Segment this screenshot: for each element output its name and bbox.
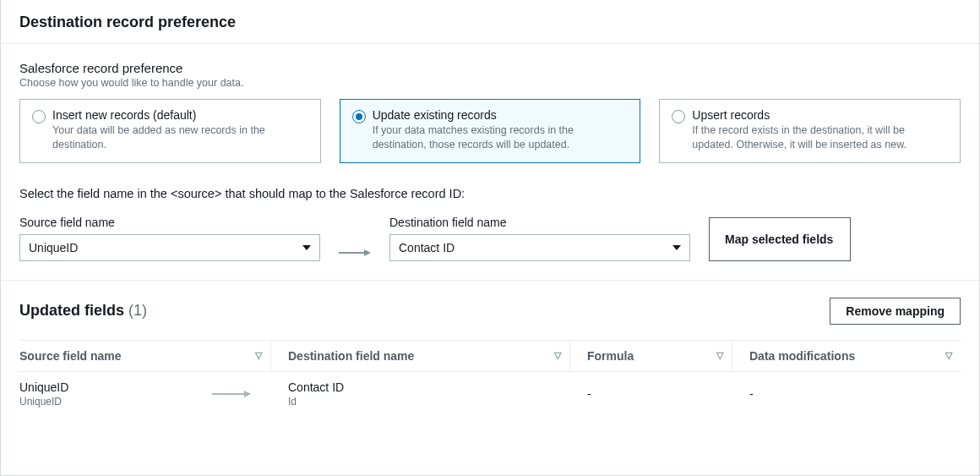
option-description: Your data will be added as new records i…	[52, 123, 308, 152]
option-update-existing[interactable]: Update existing records If your data mat…	[340, 99, 641, 163]
preference-description: Choose how you would like to handle your…	[19, 77, 961, 89]
updated-title-text: Updated fields	[19, 302, 124, 319]
cell-dest-sub: Id	[288, 396, 562, 408]
col-formula[interactable]: Formula ▽	[570, 341, 732, 371]
col-label: Destination field name	[288, 349, 414, 363]
option-label: Insert new records (default)	[52, 108, 308, 122]
arrow-right-icon	[339, 249, 371, 256]
updated-fields-table: Source field name ▽ Destination field na…	[19, 340, 961, 413]
col-label: Data modifications	[749, 349, 855, 363]
source-field-label: Source field name	[19, 216, 320, 229]
cell-dest-main: Contact ID	[288, 380, 562, 394]
cell-source-sub: UniqueID	[19, 396, 68, 408]
destination-preference-panel: Destination record preference Salesforce…	[0, 0, 980, 476]
col-label: Formula	[587, 349, 634, 363]
col-dest-field[interactable]: Destination field name ▽	[271, 341, 570, 371]
option-upsert[interactable]: Upsert records If the record exists in t…	[659, 99, 961, 163]
radio-icon	[32, 110, 46, 123]
option-description: If your data matches existing records in…	[373, 123, 629, 152]
cell-source: UniqueID UniqueID	[19, 380, 271, 408]
sort-icon: ▽	[716, 350, 723, 361]
sort-icon: ▽	[255, 350, 262, 361]
updated-count: (1)	[128, 302, 147, 319]
col-source-field[interactable]: Source field name ▽	[19, 341, 271, 371]
mapping-row: Source field name UniqueID Destination f…	[19, 216, 961, 261]
map-selected-fields-button[interactable]: Map selected fields	[709, 217, 851, 261]
radio-icon	[672, 110, 685, 123]
source-field-select[interactable]: UniqueID	[19, 234, 320, 261]
preference-options: Insert new records (default) Your data w…	[19, 99, 961, 163]
cell-source-main: UniqueID	[19, 380, 68, 394]
panel-header: Destination record preference	[1, 0, 979, 44]
mapping-instruction: Select the field name in the <source> th…	[19, 187, 961, 200]
dest-field-group: Destination field name Contact ID	[389, 216, 690, 261]
cell-dest: Contact ID Id	[271, 380, 570, 408]
option-label: Update existing records	[373, 108, 629, 122]
sort-icon: ▽	[554, 350, 561, 361]
dest-field-select[interactable]: Contact ID	[389, 234, 690, 261]
updated-fields-title: Updated fields (1)	[19, 302, 147, 320]
col-label: Source field name	[19, 349, 122, 363]
dest-field-label: Destination field name	[389, 216, 690, 229]
source-field-value: UniqueID	[29, 241, 78, 254]
arrow-right-icon	[212, 391, 251, 397]
col-data-modifications[interactable]: Data modifications ▽	[732, 341, 961, 371]
sort-icon: ▽	[945, 350, 952, 361]
remove-mapping-button[interactable]: Remove mapping	[830, 298, 961, 325]
updated-fields-section: Updated fields (1) Remove mapping Source…	[1, 280, 979, 413]
chevron-down-icon	[672, 245, 681, 250]
updated-fields-header: Updated fields (1) Remove mapping	[19, 298, 961, 325]
panel-title: Destination record preference	[19, 14, 961, 31]
option-label: Upsert records	[692, 108, 948, 122]
cell-modifications: -	[732, 387, 961, 401]
option-description: If the record exists in the destination,…	[692, 123, 948, 152]
option-insert-new[interactable]: Insert new records (default) Your data w…	[19, 99, 321, 163]
preference-title: Salesforce record preference	[19, 61, 961, 75]
radio-icon	[352, 110, 366, 123]
dest-field-value: Contact ID	[399, 241, 455, 254]
chevron-down-icon	[302, 245, 311, 250]
table-header-row: Source field name ▽ Destination field na…	[19, 341, 961, 372]
cell-formula: -	[570, 387, 732, 401]
source-field-group: Source field name UniqueID	[19, 216, 320, 261]
table-row: UniqueID UniqueID Contact ID Id - -	[19, 372, 961, 413]
preference-section: Salesforce record preference Choose how …	[1, 44, 979, 280]
